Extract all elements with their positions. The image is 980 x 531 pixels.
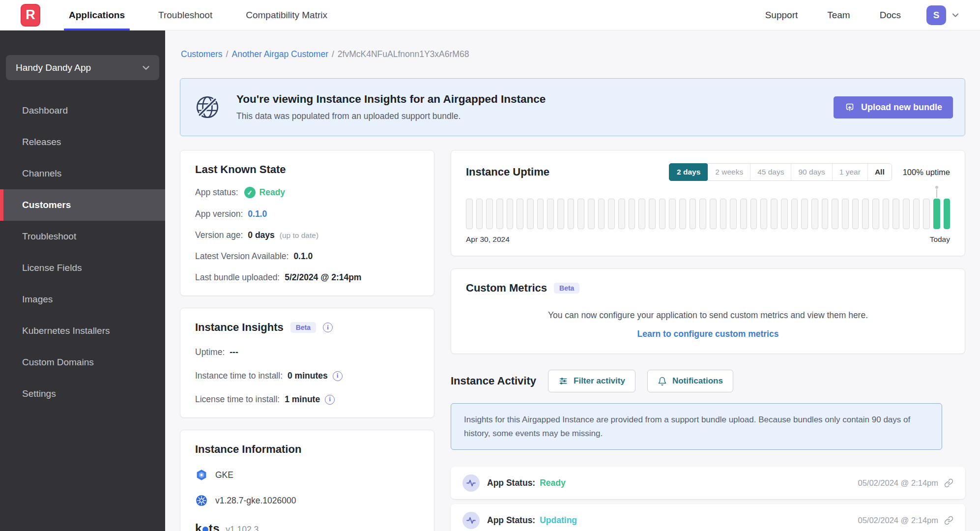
app-selector-label: Handy Dandy App <box>16 62 91 73</box>
activity-permalink[interactable] <box>944 516 953 525</box>
uptime-bar <box>791 199 798 229</box>
instance-install-value: 0 minutes <box>288 371 328 381</box>
uptime-bar <box>547 199 554 229</box>
nav-tab-applications[interactable]: Applications <box>68 0 126 30</box>
uptime-bar <box>740 199 747 229</box>
uptime-bar-up <box>933 199 940 229</box>
range-2-weeks[interactable]: 2 weeks <box>708 164 750 180</box>
gke-icon <box>195 469 208 481</box>
app-version-link[interactable]: 0.1.0 <box>248 209 267 219</box>
filter-sliders-icon <box>558 376 568 386</box>
sidebar-item-kubernetes-installers[interactable]: Kubernetes Installers <box>0 315 165 347</box>
distribution-value: GKE <box>215 470 233 480</box>
check-circle-icon: ✓ <box>244 187 256 198</box>
configure-custom-metrics-link[interactable]: Learn to configure custom metrics <box>466 329 950 339</box>
bell-icon <box>658 377 667 386</box>
nav-tab-troubleshoot[interactable]: Troubleshoot <box>157 0 213 30</box>
account-menu[interactable]: S <box>926 5 960 25</box>
uptime-bar <box>893 199 899 229</box>
uptime-bar <box>466 199 473 229</box>
uptime-bar <box>568 199 575 229</box>
upload-icon <box>844 102 855 113</box>
instance-information-title: Instance Information <box>195 443 419 456</box>
beta-badge: Beta <box>290 322 316 333</box>
app-selector[interactable]: Handy Dandy App <box>6 55 159 80</box>
range-2-days[interactable]: 2 days <box>669 163 708 181</box>
filter-activity-label: Filter activity <box>574 376 625 386</box>
uptime-bar <box>862 199 869 229</box>
uptime-bar <box>679 199 686 229</box>
activity-row-meta: 05/02/2024 @ 2:14pm <box>858 478 953 488</box>
range-90-days[interactable]: 90 days <box>791 164 832 180</box>
replicated-logo[interactable]: R <box>21 4 40 27</box>
kots-version-value: v1.102.3 <box>226 525 259 531</box>
uptime-bar-chart <box>466 199 950 229</box>
nav-link-support[interactable]: Support <box>765 10 798 21</box>
app-status-value: Ready <box>259 187 286 198</box>
sidebar-item-troubleshoot[interactable]: Troubleshoot <box>0 221 165 252</box>
uptime-bar <box>690 199 696 229</box>
uptime-bar <box>659 199 666 229</box>
uptime-bar <box>608 199 615 229</box>
breadcrumb-link-customers[interactable]: Customers <box>181 49 223 59</box>
info-icon[interactable]: i <box>323 323 333 332</box>
latest-version-value: 0.1.0 <box>293 251 313 262</box>
info-icon[interactable]: i <box>325 395 335 405</box>
uptime-bar <box>872 199 879 229</box>
range-1-year[interactable]: 1 year <box>832 164 867 180</box>
upload-new-bundle-button[interactable]: Upload new bundle <box>834 96 953 118</box>
sidebar-item-settings[interactable]: Settings <box>0 378 165 410</box>
license-install-label: License time to install: <box>195 394 280 405</box>
sidebar-item-dashboard[interactable]: Dashboard <box>0 95 165 126</box>
uptime-bar <box>699 199 706 229</box>
range-45-days[interactable]: 45 days <box>750 164 791 180</box>
sidebar-item-images[interactable]: Images <box>0 284 165 315</box>
nav-tab-compatibility-matrix[interactable]: Compatibility Matrix <box>245 0 328 30</box>
last-known-state-title: Last Known State <box>195 163 419 176</box>
sidebar-item-releases[interactable]: Releases <box>0 126 165 158</box>
range-all[interactable]: All <box>867 164 892 180</box>
activity-row-label: App Status: <box>487 478 535 488</box>
sidebar-item-channels[interactable]: Channels <box>0 158 165 189</box>
custom-metrics-card: Custom Metrics Beta You can now configur… <box>451 268 965 354</box>
sidebar-item-license-fields[interactable]: License Fields <box>0 252 165 284</box>
k8s-version-value: v1.28.7-gke.1026000 <box>215 496 296 506</box>
banner-title: You're viewing Instance Insights for an … <box>236 93 546 106</box>
sidebar-item-custom-domains[interactable]: Custom Domains <box>0 347 165 378</box>
uptime-label: Uptime: <box>195 347 225 357</box>
uptime-bar <box>507 199 514 229</box>
notifications-button[interactable]: Notifications <box>647 370 733 392</box>
avatar[interactable]: S <box>926 5 946 25</box>
uptime-bar <box>669 199 676 229</box>
instance-uptime-title: Instance Uptime <box>466 166 549 178</box>
chevron-down-icon[interactable] <box>951 10 960 20</box>
uptime-bar <box>771 199 778 229</box>
uptime-value: --- <box>230 347 238 357</box>
app-status-label: App status: <box>195 187 238 198</box>
custom-metrics-description: You can now configure your application t… <box>466 310 950 321</box>
uptime-bar <box>710 199 717 229</box>
app-version-row: App version: 0.1.0 <box>195 209 419 219</box>
globe-airgap-icon <box>193 93 222 121</box>
sidebar-items: DashboardReleasesChannelsCustomersTroubl… <box>0 95 165 410</box>
uptime-bar <box>588 199 595 229</box>
chevron-down-icon <box>141 62 151 73</box>
nav-right: SupportTeamDocs S <box>765 5 960 25</box>
nav-link-docs[interactable]: Docs <box>880 10 901 21</box>
uptime-bar <box>923 199 930 229</box>
info-icon[interactable]: i <box>333 371 343 381</box>
activity-permalink[interactable] <box>944 478 953 488</box>
uptime-summary: 100% uptime <box>903 168 950 177</box>
filter-activity-button[interactable]: Filter activity <box>548 370 635 392</box>
k8s-version-row: v1.28.7-gke.1026000 <box>195 494 419 507</box>
version-age-note: (up to date) <box>280 231 318 240</box>
version-age-value: 0 days <box>248 230 274 240</box>
version-age-label: Version age: <box>195 230 243 240</box>
nav-link-team[interactable]: Team <box>827 10 850 21</box>
beta-badge: Beta <box>554 283 579 294</box>
breadcrumb-link-another-airgap-customer[interactable]: Another Airgap Customer <box>231 49 328 59</box>
uptime-bar <box>618 199 625 229</box>
breadcrumb-separator: / <box>226 49 229 59</box>
sidebar-item-customers[interactable]: Customers <box>0 189 165 221</box>
logo-letter: R <box>26 7 35 23</box>
